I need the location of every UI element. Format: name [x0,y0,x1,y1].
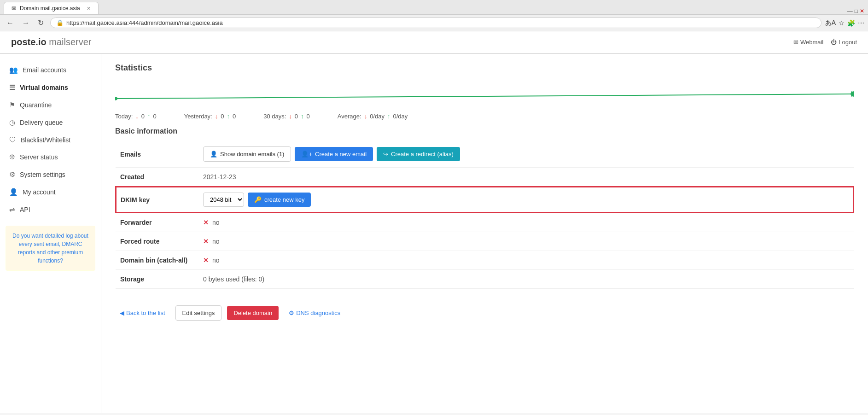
main-layout: 👥 Email accounts ☰ Virtual domains ⚑ Qua… [0,54,868,413]
forced-route-label: Forced route [116,232,198,251]
app-header: poste.io mailserver ✉ Webmail ⏻ Logout [0,31,868,54]
tab-close-icon[interactable]: ✕ [87,6,91,12]
days30-up-arrow: ↑ [301,113,304,120]
dns-diagnostics-label: DNS diagnostics [296,310,340,316]
sidebar-label-quarantine: Quarantine [20,101,52,109]
create-new-key-button[interactable]: 🔑 create new key [248,193,311,207]
star-icon[interactable]: ☆ [839,19,845,27]
forward-button[interactable]: → [19,18,32,28]
edit-settings-button[interactable]: Edit settings [175,305,222,321]
sidebar: 👥 Email accounts ☰ Virtual domains ⚑ Qua… [0,54,101,413]
today-up-value: 0 [153,113,157,120]
chart-stats: Today: ↓ 0 ↑ 0 Yesterday: ↓ 0 ↑ 0 [115,113,854,120]
minimize-button[interactable]: — [847,8,853,14]
table-row-storage: Storage 0 bytes used (files: 0) [116,270,854,289]
chart-svg [115,80,854,108]
show-domain-emails-label: Show domain emails (1) [220,151,284,158]
sidebar-item-api[interactable]: ⇌ API [0,201,101,218]
yesterday-up-arrow: ↑ [227,113,230,120]
settings-icon[interactable]: ⋯ [858,19,864,27]
browser-controls: ← → ↻ [4,18,47,28]
webmail-link[interactable]: ✉ Webmail [793,39,823,46]
created-label: Created [116,168,198,187]
info-table: Emails 👤 Show domain emails (1) 👤 [115,141,854,289]
today-down-arrow: ↓ [135,113,139,120]
browser-tab[interactable]: ✉ Domain mail.gaoice.asia ✕ [4,2,99,14]
app-logo: poste.io mailserver [11,37,91,47]
stat-30days: 30 days: ↓ 0 ↑ 0 [263,113,310,120]
sidebar-item-system-settings[interactable]: ⚙ System settings [0,166,101,183]
redirect-icon: ↪ [383,151,388,158]
statistics-section: Statistics Toda [115,63,854,120]
browser-chrome: ← → ↻ 🔒 https://mail.gaoice.asia:444/adm… [0,15,868,31]
table-row-domain-bin: Domain bin (catch-all) ✕ no [116,251,854,270]
stat-today: Today: ↓ 0 ↑ 0 [115,113,157,120]
close-button[interactable]: ✕ [860,8,864,14]
tab-title: Domain mail.gaoice.asia [20,5,80,12]
table-row-emails: Emails 👤 Show domain emails (1) 👤 [116,141,854,168]
dns-diagnostics-button[interactable]: ⚙ DNS diagnostics [284,306,345,320]
chevron-left-icon: ◀ [120,310,124,316]
virtual-domains-icon: ☰ [9,83,15,92]
dkim-controls: 2048 bit 1024 bit 4096 bit 🔑 create new … [198,187,854,213]
sidebar-label-server-status: Server status [20,153,58,161]
average-down-value: 0/day [370,113,384,120]
basic-info-title: Basic information [115,127,854,135]
today-label: Today: [115,113,133,120]
delete-domain-button[interactable]: Delete domain [227,306,279,320]
maximize-button[interactable]: □ [855,8,858,14]
average-up-arrow: ↑ [387,113,390,120]
table-row-forced-route: Forced route ✕ no [116,232,854,251]
sidebar-item-quarantine[interactable]: ⚑ Quarantine [0,96,101,114]
refresh-button[interactable]: ↻ [35,18,47,28]
key-icon: 🔑 [254,196,262,203]
domain-bin-cross-icon: ✕ [203,257,209,264]
forwarder-text: no [212,219,220,226]
today-up-arrow: ↑ [147,113,151,120]
edit-settings-label: Edit settings [182,310,215,316]
translate-icon[interactable]: あA [825,19,836,27]
stat-average: Average: ↓ 0/day ↑ 0/day [338,113,408,120]
email-accounts-icon: 👥 [9,66,18,74]
sidebar-label-api: API [20,206,30,213]
yesterday-label: Yesterday: [184,113,212,120]
forced-route-value: ✕ no [198,232,854,251]
sidebar-label-delivery-queue: Delivery queue [20,119,63,126]
yesterday-down-arrow: ↓ [215,113,218,120]
sidebar-item-virtual-domains[interactable]: ☰ Virtual domains [0,79,101,96]
address-bar[interactable]: 🔒 https://mail.gaoice.asia:444/admin/dom… [50,18,821,28]
chart-area [115,80,854,109]
back-button[interactable]: ← [4,18,17,28]
back-to-list-button[interactable]: ◀ Back to the list [115,306,170,320]
my-account-icon: 👤 [9,188,18,196]
sidebar-item-email-accounts[interactable]: 👥 Email accounts [0,61,101,79]
sidebar-item-my-account[interactable]: 👤 My account [0,183,101,201]
create-redirect-button[interactable]: ↪ Create a redirect (alias) [377,147,460,161]
sidebar-info-link[interactable]: Do you want detailed log about every sen… [12,233,88,264]
create-new-email-label: Create a new email [315,151,367,158]
dkim-controls-group: 2048 bit 1024 bit 4096 bit 🔑 create new … [203,193,849,207]
create-new-email-button[interactable]: 👤+ Create a new email [295,147,373,161]
sidebar-label-system-settings: System settings [20,171,65,178]
show-domain-emails-button[interactable]: 👤 Show domain emails (1) [203,146,291,162]
dkim-bit-select[interactable]: 2048 bit 1024 bit 4096 bit [203,193,244,207]
domain-bin-label: Domain bin (catch-all) [116,251,198,270]
extensions-icon[interactable]: 🧩 [847,19,855,27]
sidebar-item-server-status[interactable]: ❊ Server status [0,148,101,166]
sidebar-label-email-accounts: Email accounts [23,66,66,74]
sidebar-item-blacklist[interactable]: 🛡 Blacklist/Whitelist [0,131,101,148]
sidebar-info-box: Do you want detailed log about every sen… [6,226,95,271]
forwarder-label: Forwarder [116,213,198,232]
table-row-created: Created 2021-12-23 [116,168,854,187]
bottom-actions: ◀ Back to the list Edit settings Delete … [115,298,854,321]
forwarder-value: ✕ no [198,213,854,232]
server-status-icon: ❊ [9,153,15,161]
dns-icon: ⚙ [289,310,294,316]
sidebar-item-delivery-queue[interactable]: ◷ Delivery queue [0,114,101,131]
logout-link[interactable]: ⏻ Logout [831,39,857,46]
dkim-label: DKIM key [116,187,198,213]
domain-bin-text: no [212,257,220,264]
yesterday-up-value: 0 [233,113,236,120]
header-actions: ✉ Webmail ⏻ Logout [793,39,857,46]
api-icon: ⇌ [9,205,15,214]
